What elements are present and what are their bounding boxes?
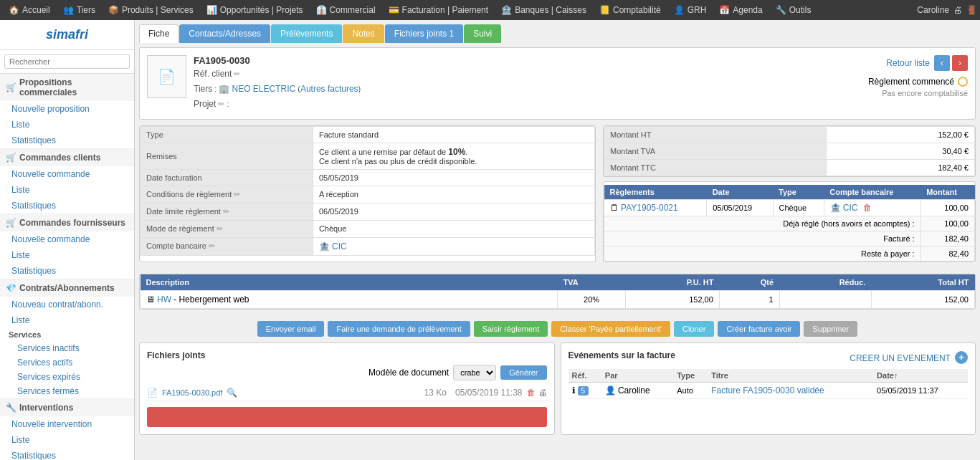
nav-accueil[interactable]: 🏠 Accueil [3,4,56,16]
tab-contacts[interactable]: Contacts/Adresses [179,24,270,43]
creer-avoir-button[interactable]: Créer facture avoir [718,321,800,337]
events-col-titre: Titre [708,369,873,383]
print-file-icon[interactable]: 🖨 [538,388,547,398]
file-actions: 🗑 🖨 [527,388,547,398]
form-value-conditions: A réception [313,186,594,203]
cloner-button[interactable]: Cloner [674,321,714,337]
form-label-compte: Compte bancaire ✏ [141,237,313,255]
document-ref-client: Réf. client ✏ [194,67,861,81]
tab-prelevements[interactable]: Prélèvements [271,24,342,43]
next-button[interactable]: › [952,55,968,71]
edit-compte-icon[interactable]: ✏ [209,241,215,250]
event-titre-link[interactable]: Facture FA1905-0030 validée [711,385,824,396]
tab-fiche[interactable]: Fiche [139,24,179,43]
sidebar-item-nouveau-contrat[interactable]: Nouveau contrat/abonn. [0,297,134,312]
nav-opportunites[interactable]: 📊 Opportunités | Projets [201,4,309,16]
compte-link[interactable]: CIC [332,241,347,251]
creer-evenement-link[interactable]: CREER UN EVENEMENT + [850,351,968,364]
pas-encore-comptabilise: Pas encore comptabilisé [868,89,968,97]
tab-suivi[interactable]: Suivi [464,24,501,43]
sidebar-section-contrats-title[interactable]: 💎 Contrats/Abonnements [0,279,134,297]
tiers-link[interactable]: NEO ELECTRIC [232,84,295,94]
classer-payee-button[interactable]: Classer 'Payée partiellement' [551,321,670,337]
demande-prelevement-button[interactable]: Faire une demande de prélèvement [328,321,470,337]
sidebar-item-contrats-liste[interactable]: Liste [0,312,134,328]
event-row: ℹ 5 👤 Caroline Auto Facture FA1905-0030 … [569,382,969,398]
line-qty: 1 [719,290,779,308]
sidebar-item-interventions-liste[interactable]: Liste [0,432,134,448]
nav-agenda[interactable]: 📅 Agenda [713,4,768,16]
edit-mode-icon[interactable]: ✏ [217,224,223,233]
sidebar-item-propositions-stats[interactable]: Statistiques [0,133,134,148]
sidebar-item-nouvelle-commande-fournisseur[interactable]: Nouvelle commande [0,231,134,247]
edit-conditions-icon[interactable]: ✏ [234,190,240,198]
printer-icon[interactable]: 🖨 [953,5,962,15]
line-items-table: Description TVA P.U. HT Qté Réduc. Total… [140,274,975,309]
sidebar-item-services-expires[interactable]: Services expirés [0,370,134,384]
sidebar-item-services-actifs[interactable]: Services actifs [0,355,134,370]
sidebar-item-nouvelle-intervention[interactable]: Nouvelle intervention [0,416,134,432]
sidebar-item-services-fermes[interactable]: Services fermés [0,384,134,398]
edit-date-limite-icon[interactable]: ✏ [223,207,229,216]
pay-total-value-2: 182,40 [920,231,974,246]
sidebar-section-interventions-title[interactable]: 🔧 Interventions [0,399,134,416]
search-input[interactable] [4,54,130,69]
nav-outils[interactable]: 🔧 Outils [770,4,817,16]
pay-ref-link[interactable]: PAY1905-0021 [621,203,678,213]
saisir-reglement-button[interactable]: Saisir règlement [474,321,548,337]
sidebar-item-commandes-clients-liste[interactable]: Liste [0,182,134,198]
modele-select[interactable]: crabe [453,365,496,380]
line-desc: 🖥 HW - Hebergement web [141,290,558,308]
sidebar-item-interventions-stats[interactable]: Statistiques [0,448,134,460]
delete-pay-icon[interactable]: 🗑 [863,203,872,213]
sidebar-item-propositions-liste[interactable]: Liste [0,117,134,133]
sidebar-section-propositions-title[interactable]: 🛒 Propositions commerciales [0,74,134,101]
pay-banque-link[interactable]: CIC [843,203,858,213]
tab-fichiers[interactable]: Fichiers joints 1 [385,24,463,43]
info-icon: ℹ [572,385,576,396]
logo-text: simafri [46,27,88,42]
pay-col-type: Type [773,185,824,200]
edit-ref-client-icon[interactable]: ✏ [234,70,240,78]
generer-button[interactable]: Générer [500,365,546,380]
sidebar-item-commandes-clients-stats[interactable]: Statistiques [0,198,134,214]
document-header-right: Retour liste ‹ › Règlement commencé Pas … [868,55,968,97]
events-col-date[interactable]: Date↑ [873,369,968,383]
cart3-icon: 🛒 [6,218,16,228]
tab-notes[interactable]: Notes [343,24,384,43]
sidebar-item-commandes-fournisseurs-stats[interactable]: Statistiques [0,263,134,279]
nav-facturation[interactable]: 💳 Facturation | Paiement [383,4,495,16]
delete-file-icon[interactable]: 🗑 [527,388,536,398]
sidebar-section-contrats: 💎 Contrats/Abonnements Nouveau contrat/a… [0,279,134,399]
edit-projet-icon[interactable]: ✏ [218,100,224,108]
nav-commercial[interactable]: 👔 Commercial [310,4,381,16]
nav-comptabilite[interactable]: 📒 Comptabilité [594,4,667,16]
line-hw-link[interactable]: HW [157,294,171,305]
envoyer-email-button[interactable]: Envoyer email [257,321,325,337]
banques-icon: 🏦 [501,5,512,15]
prev-button[interactable]: ‹ [934,55,950,71]
payments-box: Règlements Date Type Compte bancaire Mon… [603,181,976,262]
nav-tiers[interactable]: 👥 Tiers [57,4,101,16]
file-link[interactable]: FA1905-0030.pdf [162,388,222,397]
form-row-type: Type Facture standard [141,126,595,143]
sidebar-section-commandes-clients: 🛒 Commandes clients Nouvelle commande Li… [0,149,134,214]
sidebar-section-commandes-clients-title[interactable]: 🛒 Commandes clients [0,149,134,166]
form-value-compte: 🏦 CIC [313,237,594,255]
magnify-icon[interactable]: 🔍 [227,388,237,398]
nav-produits[interactable]: 📦 Produits | Services [103,4,199,16]
sidebar-item-nouvelle-proposition[interactable]: Nouvelle proposition [0,101,134,117]
autres-factures-link[interactable]: Autres factures [300,84,358,94]
nav-banques[interactable]: 🏦 Banques | Caisses [495,4,592,16]
sidebar-section-commandes-fournisseurs-title[interactable]: 🛒 Commandes fournisseurs [0,214,134,231]
door-icon[interactable]: 🚪 [966,5,977,15]
sidebar-item-services-inactifs[interactable]: Services inactifs [0,341,134,355]
sidebar-item-nouvelle-commande-client[interactable]: Nouvelle commande [0,166,134,182]
add-file-bar[interactable] [147,407,547,427]
sidebar-item-commandes-fournisseurs-liste[interactable]: Liste [0,247,134,263]
bank2-icon: 🏦 [830,203,841,213]
form-label-date-facturation: Date facturation [141,169,313,186]
nav-grh[interactable]: 👤 GRH [668,4,713,16]
retour-liste-link[interactable]: Retour liste [886,58,930,68]
supprimer-button[interactable]: Supprimer [804,321,857,337]
